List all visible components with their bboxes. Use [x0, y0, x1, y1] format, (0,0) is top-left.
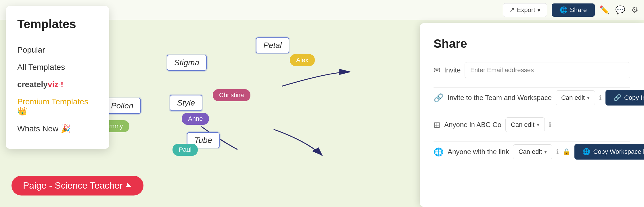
templates-menu-popular[interactable]: Popular — [17, 41, 98, 59]
comment-icon[interactable]: 💬 — [615, 5, 625, 15]
invite-team-label: Invite to the Team and Workspace — [448, 94, 552, 102]
cursor-christina: Christina — [213, 89, 250, 101]
globe-icon: 🌐 — [560, 6, 568, 14]
templates-menu-premium[interactable]: Premium Templates 👑 — [17, 93, 98, 120]
toolbar-icon-group: ✏️ 💬 ⚙ — [599, 5, 638, 15]
envelope-icon: ✉ — [434, 66, 440, 75]
chevron-down-icon: ▾ — [537, 6, 540, 14]
anyone-abc-info-icon[interactable]: ℹ — [549, 121, 551, 129]
templates-panel: Templates Popular All Templates creately… — [6, 6, 109, 149]
globe-copy-icon: 🌐 — [582, 148, 590, 156]
anyone-link-can-edit-dropdown[interactable]: Can edit ▾ — [513, 144, 552, 159]
templates-menu-whats-new[interactable]: Whats New 🎉 — [17, 120, 98, 137]
paige-cursor-label: Paige - Science Teacher ➤ — [12, 176, 143, 195]
cursor-paul: Paul — [172, 144, 198, 156]
anyone-abc-can-edit-dropdown[interactable]: Can edit ▾ — [505, 117, 545, 132]
globe-share-icon: 🌐 — [434, 147, 444, 157]
share-panel: Share ✉ Invite 🔗 Invite to the Team and … — [420, 23, 644, 207]
link-icon: 🔗 — [434, 93, 444, 103]
invite-label: Invite — [444, 66, 461, 74]
chevron-down-icon: ▾ — [587, 95, 590, 101]
settings-icon[interactable]: ⚙ — [631, 5, 638, 15]
link-copy-icon: 🔗 — [614, 94, 621, 101]
divider-3 — [434, 141, 630, 142]
brand-dots: · — [58, 82, 60, 88]
anyone-link-label: Anyone with the link — [448, 148, 509, 156]
share-panel-title: Share — [434, 37, 630, 51]
copy-workspace-button[interactable]: 🌐 Copy Workspace link — [574, 144, 644, 160]
invite-team-row: 🔗 Invite to the Team and Workspace Can e… — [434, 90, 630, 106]
chevron-down-icon-2: ▾ — [537, 122, 539, 128]
anyone-link-info-icon[interactable]: ℹ — [556, 148, 559, 156]
templates-menu-all[interactable]: All Templates — [17, 59, 98, 76]
node-petal[interactable]: Petal — [256, 37, 289, 53]
cursor-anne: Anne — [182, 113, 209, 125]
grid-icon: ⊞ — [434, 120, 440, 130]
copy-invite-button[interactable]: 🔗 Copy Invite link — [605, 90, 644, 106]
anyone-abc-row: ⊞ Anyone in ABC Co Can edit ▾ ℹ — [434, 117, 630, 132]
brand-registered: ‼ — [60, 81, 64, 88]
lock-icon[interactable]: 🔒 — [563, 148, 570, 156]
cursor-alex: Alex — [290, 54, 315, 66]
edit-icon[interactable]: ✏️ — [599, 5, 610, 15]
templates-brand: creately viz · ‼ — [17, 76, 98, 93]
export-icon: ↗ — [509, 6, 515, 14]
invite-team-info-icon[interactable]: ℹ — [599, 94, 601, 101]
share-button[interactable]: 🌐 Share — [552, 3, 595, 17]
node-style[interactable]: Style — [170, 95, 202, 111]
divider-2 — [434, 115, 630, 115]
cursor-arrow-icon: ➤ — [124, 180, 133, 191]
invite-team-can-edit-dropdown[interactable]: Can edit ▾ — [556, 90, 595, 105]
brand-viz-text: viz — [48, 80, 58, 89]
brand-create-text: creately — [17, 80, 48, 89]
divider-1 — [434, 87, 630, 88]
chevron-down-icon-3: ▾ — [544, 149, 547, 155]
anyone-abc-label: Anyone in ABC Co — [444, 121, 501, 129]
node-stigma[interactable]: Stigma — [167, 55, 207, 71]
templates-panel-title: Templates — [17, 17, 98, 31]
export-button[interactable]: ↗ Export ▾ — [503, 3, 547, 17]
invite-row: ✉ Invite — [434, 62, 630, 78]
anyone-link-row: 🌐 Anyone with the link Can edit ▾ ℹ 🔒 🌐 … — [434, 144, 630, 160]
email-input[interactable] — [465, 62, 630, 78]
